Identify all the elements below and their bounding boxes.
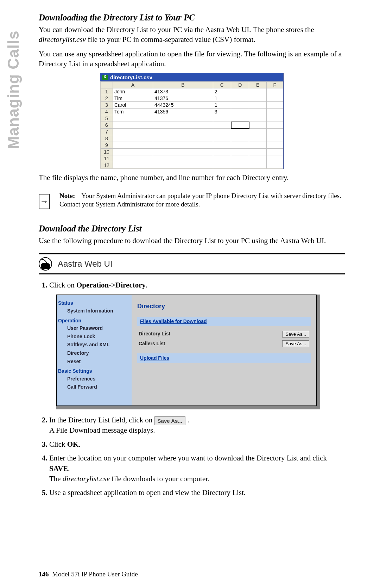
col-header: C xyxy=(213,82,231,88)
save-as-button[interactable]: Save As... xyxy=(282,331,309,338)
webui-sidebar: Status System Information Operation User… xyxy=(57,295,132,406)
aastra-title: Aastra Web UI xyxy=(58,259,113,269)
nav-item-reset[interactable]: Reset xyxy=(67,358,130,366)
nav-item-userpw[interactable]: User Password xyxy=(67,324,130,333)
nav-item-sysinfo[interactable]: System Information xyxy=(67,307,130,315)
text: Click on xyxy=(49,281,76,289)
globe-icon xyxy=(39,257,52,271)
text: . xyxy=(78,440,80,448)
page-number: 146 xyxy=(39,570,49,578)
selected-cell xyxy=(231,122,249,129)
note-block: → Note: Your System Administrator can po… xyxy=(39,188,345,213)
table-row: 3Carol44432451 xyxy=(101,102,283,109)
table-row: 8 xyxy=(101,135,283,142)
ok-label: OK xyxy=(67,440,79,448)
table-row: 1John413732 xyxy=(101,88,283,95)
page: Managing Calls Downloading the Directory… xyxy=(0,0,380,588)
col-header: A xyxy=(113,82,153,88)
spreadsheet-filename: directoryList.csv xyxy=(110,74,152,80)
nav-item-directory[interactable]: Directory xyxy=(67,349,130,358)
row-header: 5 xyxy=(101,115,113,122)
row-header: 4 xyxy=(101,109,113,115)
row-header: 10 xyxy=(101,149,113,155)
table-row: 7 xyxy=(101,129,283,135)
menu-path: Operation->Directory xyxy=(76,281,146,289)
cell: 3 xyxy=(213,109,231,115)
chapter-side-title: Managing Calls xyxy=(5,31,22,149)
nav-item-softkeys[interactable]: Softkeys and XML xyxy=(67,341,130,349)
text: Click xyxy=(49,440,67,448)
step-2: In the Directory List field, click on Sa… xyxy=(49,415,345,436)
step-3: Click OK. xyxy=(49,439,345,450)
nav-section-operation[interactable]: Operation xyxy=(58,317,130,324)
text: You can download the Directory List to y… xyxy=(39,25,314,34)
para-intro-1: You can download the Directory List to y… xyxy=(39,25,345,45)
row-header: 11 xyxy=(101,155,113,162)
nav-section-basic[interactable]: Basic Settings xyxy=(58,368,130,375)
spreadsheet-grid: A B C D E F 1John413732 2Tim413761 3Caro… xyxy=(100,81,283,169)
cell: 41376 xyxy=(153,95,213,102)
para-intro-2: You can use any spreadsheet application … xyxy=(39,49,345,69)
text: file to your PC in comma-separated value… xyxy=(88,35,255,44)
arrow-right-icon: → xyxy=(39,194,50,209)
steps-list: Click on Operation->Directory. Status Sy… xyxy=(39,280,345,498)
para-file-displays: The file displays the name, phone number… xyxy=(39,173,345,182)
text: The xyxy=(49,475,63,483)
save-as-inline-button: Save As... xyxy=(154,416,185,425)
note-text: Note: Your System Administrator can popu… xyxy=(59,192,345,209)
spreadsheet-window: directoryList.csv A B C D E F 1John41373… xyxy=(100,73,284,169)
row-header: 6 xyxy=(101,122,113,129)
cell: Tom xyxy=(113,109,153,115)
cell: 4443245 xyxy=(153,102,213,109)
row-header: 7 xyxy=(101,129,113,135)
step-4: Enter the location on your computer wher… xyxy=(49,453,345,484)
text: . xyxy=(68,464,70,473)
row-header: 1 xyxy=(101,88,113,95)
text: Use a spreadsheet application to open an… xyxy=(49,488,246,497)
row-header: 3 xyxy=(101,102,113,109)
text: Enter the location on your computer wher… xyxy=(49,454,327,462)
heading-download-pc: Downloading the Directory List to Your P… xyxy=(39,13,345,23)
label: Directory List xyxy=(139,330,170,338)
cell: Carol xyxy=(113,102,153,109)
row-header: 12 xyxy=(101,162,113,169)
col-header: F xyxy=(266,82,283,88)
cell: Tim xyxy=(113,95,153,102)
corner-cell xyxy=(101,82,113,88)
col-header: E xyxy=(249,82,266,88)
cell: 1 xyxy=(213,102,231,109)
para-procedure: Use the following procedure to download … xyxy=(39,236,345,246)
section-upload-files: Upload Files xyxy=(137,353,311,363)
col-header: D xyxy=(231,82,249,88)
text: In the Directory List field, click on xyxy=(49,416,154,424)
section-files-download: Files Available for Download xyxy=(137,317,311,327)
text: file downloads to your computer. xyxy=(110,475,209,483)
table-row: 4Tom413563 xyxy=(101,109,283,115)
page-footer: 146 Model 57i IP Phone User Guide xyxy=(39,570,138,578)
spreadsheet-titlebar: directoryList.csv xyxy=(100,73,283,81)
aastra-bar: Aastra Web UI xyxy=(39,253,345,275)
table-row: 10 xyxy=(101,149,283,155)
nav-item-phonelock[interactable]: Phone Lock xyxy=(67,333,130,341)
webui-screenshot: Status System Information Operation User… xyxy=(56,295,320,409)
cell: 41373 xyxy=(153,88,213,95)
cell: 41356 xyxy=(153,109,213,115)
note-body: Your System Administrator can populate y… xyxy=(59,192,341,208)
excel-icon xyxy=(102,75,108,80)
save-as-button[interactable]: Save As... xyxy=(282,340,309,347)
nav-item-callfwd[interactable]: Call Forward xyxy=(67,383,130,391)
row-header: 8 xyxy=(101,135,113,142)
nav-section-status[interactable]: Status xyxy=(58,300,130,307)
row-header: 9 xyxy=(101,142,113,149)
step-5: Use a spreadsheet application to open an… xyxy=(49,488,345,498)
nav-item-prefs[interactable]: Preferences xyxy=(67,375,130,383)
table-row: 9 xyxy=(101,142,283,149)
note-label: Note: xyxy=(59,192,75,199)
row-header: 2 xyxy=(101,95,113,102)
col-header: B xyxy=(153,82,213,88)
table-row: 11 xyxy=(101,155,283,162)
filename: directorylist.csv xyxy=(63,475,110,483)
table-row: 6 xyxy=(101,122,283,129)
heading-download-list: Download the Directory List xyxy=(39,224,345,234)
download-row-callers: Callers List Save As... xyxy=(137,339,311,349)
